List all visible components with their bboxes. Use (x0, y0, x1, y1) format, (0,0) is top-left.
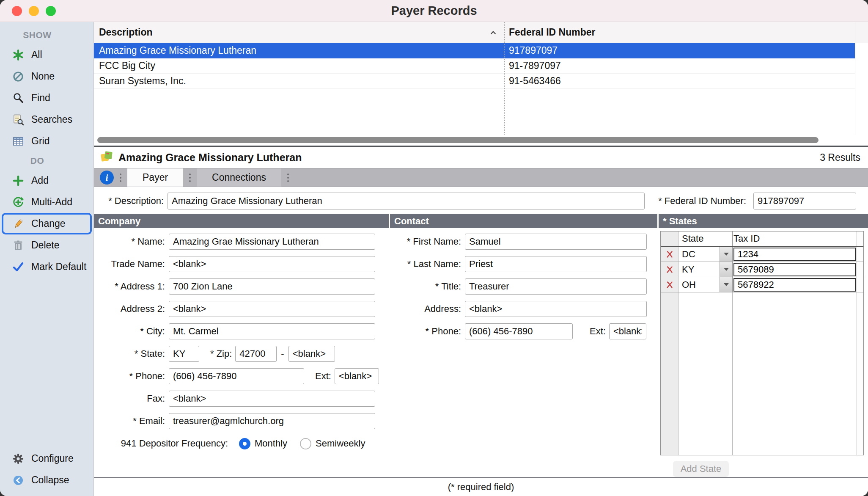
trade-name-label: Trade Name: (94, 259, 169, 270)
company-panel: Company * Name: Trade Name: * (94, 214, 389, 477)
table-row-empty (94, 104, 855, 119)
states-panel: * States State Tax ID (659, 214, 868, 477)
description-input[interactable] (168, 193, 645, 209)
plus-icon (11, 174, 25, 188)
contact-panel-body: * First Name: * Last Name: * Title: (390, 228, 657, 477)
record-header: Amazing Grace Missionary Lutheran 3 Resu… (94, 147, 868, 168)
delete-state-cell[interactable] (661, 262, 678, 277)
state-select-value: OH (682, 279, 696, 290)
sidebar-item-none[interactable]: None (2, 66, 92, 87)
zip-input[interactable] (235, 346, 277, 362)
zip-plus4-input[interactable] (288, 346, 335, 362)
delete-state-cell[interactable] (661, 277, 678, 292)
sidebar-item-label: Multi-Add (31, 196, 72, 208)
sidebar-item-label: Find (31, 92, 50, 104)
chevron-down-icon[interactable] (720, 262, 732, 277)
drag-handle-icon[interactable] (183, 174, 197, 182)
sidebar-item-delete[interactable]: Delete (2, 234, 92, 256)
sidebar-item-add[interactable]: Add (2, 170, 92, 191)
remove-x-icon (665, 265, 674, 274)
add-state-button[interactable]: Add State (673, 461, 729, 477)
last-name-input[interactable] (465, 256, 647, 272)
sidebar-item-label: Configure (31, 453, 74, 464)
drag-handle-icon[interactable] (114, 174, 127, 182)
add-state-row: Add State (660, 461, 864, 477)
zip-label: * Zip: (210, 348, 232, 359)
title-input[interactable] (465, 278, 647, 295)
show-section-header: SHOW (0, 26, 74, 44)
grid-icon (11, 134, 25, 149)
contact-ext-input[interactable] (609, 323, 646, 339)
trash-icon (11, 238, 25, 253)
sidebar-item-multi-add[interactable]: Multi-Add (2, 191, 92, 213)
drag-handle-icon[interactable] (281, 174, 295, 182)
tax-id-cell (733, 262, 857, 277)
monthly-radio[interactable] (239, 438, 250, 449)
company-phone-input[interactable] (169, 368, 304, 384)
states-row-empty (661, 292, 863, 455)
tab-label: Payer (143, 172, 168, 183)
state-select[interactable]: OH (678, 277, 733, 292)
monthly-radio-label[interactable]: Monthly (255, 438, 287, 449)
semiweekly-radio[interactable] (300, 438, 311, 449)
states-action-column (661, 231, 678, 246)
fax-input[interactable] (169, 391, 375, 407)
table-row[interactable]: FCC Big City 91-7897097 (94, 58, 855, 74)
zoom-button[interactable] (46, 6, 56, 16)
sidebar-item-searches[interactable]: Searches (2, 109, 92, 130)
company-ext-input[interactable] (335, 368, 379, 384)
info-icon[interactable]: i (100, 171, 114, 185)
asterisk-icon (11, 48, 25, 62)
close-button[interactable] (12, 6, 22, 16)
payer-form: * Description: * Federal ID Number: Comp… (94, 187, 868, 496)
address2-input[interactable] (169, 301, 375, 317)
semiweekly-radio-label[interactable]: Semiweekly (316, 438, 365, 449)
sidebar-item-change[interactable]: Change (2, 213, 92, 234)
states-panel-body: State Tax ID DC (659, 228, 868, 477)
company-name-input[interactable] (169, 234, 375, 250)
footnote-bar: (* required field) (94, 477, 868, 496)
tax-id-input[interactable] (733, 278, 856, 292)
company-ext-label: Ext: (315, 371, 331, 382)
app-window: Payer Records SHOW All None (0, 0, 868, 496)
tab-connections[interactable]: Connections (197, 168, 281, 187)
column-header-description[interactable]: Description (94, 22, 504, 43)
states-scrollbar-track (857, 277, 863, 292)
minimize-button[interactable] (29, 6, 39, 16)
sidebar-item-collapse[interactable]: Collapse (2, 469, 92, 491)
federal-id-label: * Federal ID Number: (648, 196, 750, 207)
record-title: Amazing Grace Missionary Lutheran (118, 152, 302, 164)
state-select[interactable]: DC (678, 247, 733, 262)
table-row[interactable]: Amazing Grace Missionary Lutheran 917897… (94, 43, 855, 58)
chevron-down-icon[interactable] (720, 277, 732, 292)
tab-payer[interactable]: Payer (127, 168, 183, 187)
tax-id-input[interactable] (733, 263, 856, 276)
sidebar-spacer (0, 278, 93, 448)
state-input[interactable] (169, 346, 199, 362)
address1-input[interactable] (169, 278, 375, 295)
federal-id-input[interactable] (753, 193, 856, 209)
trade-name-input[interactable] (169, 256, 375, 272)
column-header-federal-id[interactable]: Federal ID Number (504, 22, 868, 43)
sidebar-item-all[interactable]: All (2, 44, 92, 66)
delete-state-cell[interactable] (661, 247, 678, 262)
sidebar-item-grid[interactable]: Grid (2, 130, 92, 152)
sidebar-item-mark-default[interactable]: Mark Default (2, 256, 92, 278)
contact-address-input[interactable] (465, 301, 647, 317)
table-row[interactable]: Suran Systems, Inc. 91-5463466 (94, 74, 855, 89)
sidebar-item-find[interactable]: Find (2, 87, 92, 109)
states-row: DC (661, 247, 863, 262)
tax-id-input[interactable] (733, 248, 856, 261)
horizontal-scrollbar[interactable] (94, 135, 868, 146)
horizontal-scrollbar-thumb[interactable] (97, 137, 819, 143)
state-select[interactable]: KY (678, 262, 733, 277)
cell-description: Suran Systems, Inc. (94, 75, 504, 87)
first-name-input[interactable] (465, 234, 647, 250)
cell-description: Amazing Grace Missionary Lutheran (94, 45, 504, 56)
city-input[interactable] (169, 323, 375, 339)
contact-phone-input[interactable] (465, 323, 573, 339)
email-input[interactable] (169, 413, 375, 429)
sidebar-item-configure[interactable]: Configure (2, 448, 92, 469)
tax-id-cell (733, 247, 857, 262)
chevron-down-icon[interactable] (720, 247, 732, 262)
